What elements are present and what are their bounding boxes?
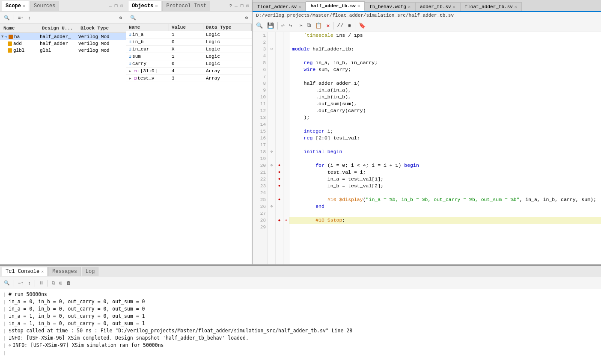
gutter-15 <box>268 128 275 135</box>
tab-scope-close[interactable]: ✕ <box>23 3 25 9</box>
scope-row-ha[interactable]: ▼ ⇒ ha half_adder_ Verilog Mod <box>0 33 126 40</box>
obj-row-sum[interactable]: ⊔sum 1 Logic <box>126 53 252 60</box>
objects-toolbar: 🔍 ⚙ <box>126 12 252 24</box>
ed-delete-btn[interactable]: ✕ <box>325 22 330 30</box>
tab-sources-label: Sources <box>34 3 55 9</box>
maximize-icon[interactable]: □ <box>114 3 119 9</box>
code-line-12: .out_carry(carry) <box>289 107 601 114</box>
tab-half-adder-tb[interactable]: half_adder_tb.sv ✕ <box>306 1 365 11</box>
obj-row-testv[interactable]: ▶ ⊟test_v 3 Array <box>126 75 252 82</box>
console-text-1: # run 50000ns <box>9 291 598 298</box>
tab-tb-behav-close[interactable]: ✕ <box>408 4 411 9</box>
con-collapse-btn[interactable]: ≡↑ <box>17 280 25 286</box>
obj-float-icon[interactable]: ⊡ <box>245 3 250 9</box>
ed-copy-btn[interactable]: ⧉ <box>306 22 312 29</box>
tab-messages[interactable]: Messages <box>48 267 81 276</box>
tab-tcl-console[interactable]: Tcl Console ✕ <box>2 267 48 276</box>
gutter-13 <box>268 114 275 121</box>
obj-row-in-b[interactable]: ⊔in_b 0 Logic <box>126 38 252 46</box>
obj-maximize-icon[interactable]: □ <box>240 3 244 9</box>
tab-log[interactable]: Log <box>82 267 99 276</box>
obj-row-carry[interactable]: ⊔carry 0 Logic <box>126 60 252 68</box>
console-prefix-1: | <box>3 291 7 298</box>
bp-21[interactable]: ● <box>276 169 283 176</box>
tab-scope[interactable]: Scope ✕ <box>2 1 29 11</box>
tab-float-adder-sv-close[interactable]: ✕ <box>298 4 301 9</box>
obj-settings-btn[interactable]: ⚙ <box>244 15 249 21</box>
code-content[interactable]: `timescale 1ns / 1ps module half_adder_t… <box>289 32 601 264</box>
con-copy-btn[interactable]: ⧉ <box>51 280 57 286</box>
obj-minimize-icon[interactable]: — <box>234 3 238 9</box>
console-content[interactable]: | # run 50000ns | in_a = 0, in_b = 0, ou… <box>0 289 601 364</box>
code-line-23: in_b = test_val[2]; <box>289 183 601 189</box>
tab-tb-behav[interactable]: tb_behav.wcfg ✕ <box>365 2 415 11</box>
tab-float-adder-tb[interactable]: float_adder_tb.sv ✕ <box>460 2 522 11</box>
tab-sources[interactable]: Sources <box>30 1 59 11</box>
arr-11 <box>283 101 289 107</box>
bp-22[interactable]: ● <box>276 176 283 183</box>
tab-protocol-inst[interactable]: Protocol Inst <box>162 1 210 11</box>
scope-collapse-btn[interactable]: ≡↑ <box>17 15 25 21</box>
code-line-22: in_a = test_val[1]; <box>289 176 601 183</box>
tab-objects-label: Objects <box>132 3 153 9</box>
obj-row-i31[interactable]: ▶ ⊟i[31:0] 4 Array <box>126 68 252 75</box>
console-fold-8[interactable]: ⊖ <box>9 342 11 349</box>
obj-row-in-car[interactable]: ⊔in_car X Logic <box>126 46 252 53</box>
ed-indent-btn[interactable]: ⊞ <box>347 22 352 30</box>
obj-search-btn[interactable]: 🔍 <box>129 15 137 21</box>
tab-adder-tb-label: adder_tb.sv <box>420 4 451 9</box>
tab-float-adder-tb-close[interactable]: ✕ <box>515 4 517 9</box>
obj-row-in-a[interactable]: ⊔in_a 1 Logic <box>126 31 252 38</box>
con-expand-btn[interactable]: ↕ <box>27 280 32 286</box>
tab-adder-tb[interactable]: adder_tb.sv ✕ <box>415 2 460 11</box>
ed-redo-btn[interactable]: ↪ <box>288 22 293 30</box>
bp-23[interactable]: ● <box>276 183 283 189</box>
tab-tcl-close[interactable]: ✕ <box>41 269 44 274</box>
code-area: 12345 678910 1112131415 1617181920 21222… <box>253 32 601 264</box>
bp-28[interactable]: ● <box>276 217 283 224</box>
con-pause-btn[interactable]: ⏸ <box>38 280 45 286</box>
bp-24 <box>276 189 283 196</box>
minimize-icon[interactable]: — <box>108 3 113 9</box>
tab-half-adder-tb-close[interactable]: ✕ <box>357 3 360 9</box>
float-icon[interactable]: ⊡ <box>119 3 124 9</box>
scope-row-add[interactable]: add half_adder Verilog Mod <box>0 40 126 47</box>
ed-undo-btn[interactable]: ↩ <box>280 22 286 30</box>
bp-25[interactable]: ● <box>276 196 283 203</box>
scope-expand-btn[interactable]: ↕ <box>27 15 32 21</box>
obj-icon-sum: ⊔ <box>129 54 131 59</box>
ed-comment-btn[interactable]: // <box>336 22 345 29</box>
arr-14 <box>283 121 289 128</box>
bp-4 <box>276 53 283 59</box>
tab-protocol-label: Protocol Inst <box>166 3 206 9</box>
gutter-14 <box>268 121 275 128</box>
code-line-6: wire sum, carry; <box>289 66 601 73</box>
arr-6 <box>283 66 289 73</box>
ed-save-btn[interactable]: 💾 <box>266 22 275 30</box>
console-text-2: in_a = 0, in_b = 0, out_carry = 0, out_s… <box>9 298 598 305</box>
scope-row-glbl[interactable]: glbl glbl Verilog Mod <box>0 47 126 54</box>
tab-tcl-label: Tcl Console <box>6 269 39 275</box>
code-line-14 <box>289 121 601 128</box>
ed-bookmark-btn[interactable]: 🔖 <box>358 22 366 30</box>
tab-objects-close[interactable]: ✕ <box>155 3 158 9</box>
objects-content: Name Value Data Type ⊔in_a 1 Logic ⊔in_b <box>126 24 252 264</box>
arr-7 <box>283 73 289 80</box>
tab-objects[interactable]: Objects ✕ <box>128 1 161 11</box>
con-search-btn[interactable]: 🔍 <box>3 280 11 286</box>
scope-cell-ha-design: half_adder_ <box>39 34 77 40</box>
ed-paste-btn[interactable]: 📋 <box>314 22 323 30</box>
obj-help-icon[interactable]: ? <box>229 3 233 9</box>
line-numbers: 12345 678910 1112131415 1617181920 21222… <box>253 32 268 264</box>
ed-search-btn[interactable]: 🔍 <box>255 22 264 30</box>
scope-tabbar: Scope ✕ Sources — □ ⊡ <box>0 0 126 12</box>
tab-float-adder-sv[interactable]: float_adder.sv ✕ <box>253 2 306 11</box>
con-clear-btn[interactable]: 🗑 <box>65 280 72 286</box>
ed-cut-btn[interactable]: ✂ <box>299 22 304 30</box>
con-grid-btn[interactable]: ⊞ <box>58 280 64 286</box>
tab-adder-tb-close[interactable]: ✕ <box>453 4 455 9</box>
scope-search-btn[interactable]: 🔍 <box>3 15 11 21</box>
arr-10 <box>283 94 289 101</box>
bp-20[interactable]: ● <box>276 162 283 169</box>
scope-settings-btn[interactable]: ⚙ <box>118 15 123 21</box>
